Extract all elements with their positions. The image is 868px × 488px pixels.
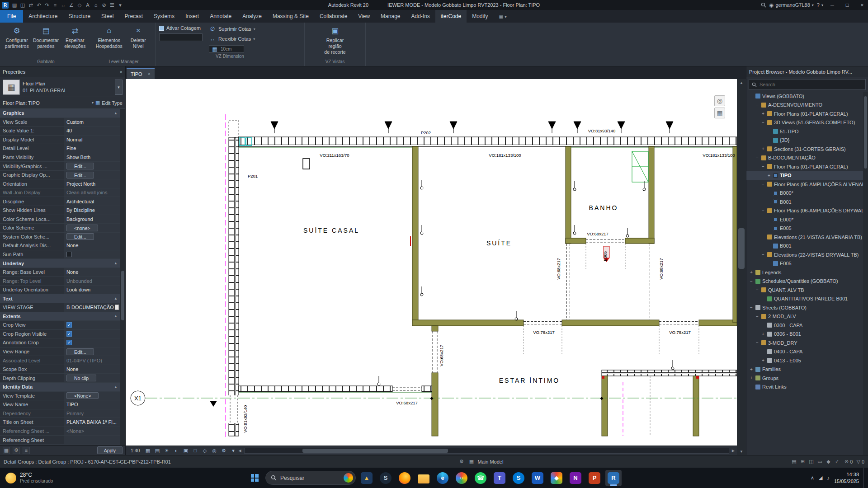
ribbon-tab-steel[interactable]: Steel [96,10,119,23]
browser-item-floor-plans-01-planta-geral[interactable]: −Floor Plans (01-PLANTA GERAL) [746,162,863,171]
scale-button[interactable]: 1:40 [128,448,142,453]
browser-item-revit-links[interactable]: Revit Links [746,383,863,392]
property-value-annotation-crop[interactable]: ✓ [64,338,120,347]
sync-icon[interactable]: ⇄ [27,1,35,9]
room-label-su-te-casal[interactable]: SUÍTE CASAL [303,227,359,234]
undo-icon[interactable]: ↶ [35,1,43,9]
default-3d-view-icon[interactable]: ⌂ [92,1,100,9]
shadows-icon[interactable]: ◐ [172,447,180,455]
drag-on-selection-icon[interactable]: ✓ [833,458,841,465]
revit-icon[interactable]: R [605,470,622,486]
panel-label-vz-vistas[interactable]: VZ Vistas [305,58,365,66]
dimension-label-vo-81x93-140[interactable]: VO:81x93/140 [243,405,248,433]
property-value-detail-level[interactable]: Fine [64,144,120,153]
dimension-label-vo-211x163-70[interactable]: VO:211x163/70 [320,153,349,158]
left-exterior-wall[interactable] [228,121,239,436]
browser-item-a-desenvolvimento[interactable]: −A-DESENVOLVIMENTO [746,101,863,110]
property-value-color-scheme-loca[interactable]: Background [64,215,120,224]
property-value-referencing-sheet[interactable]: <None> [64,427,120,436]
reveal-hidden-elements-icon[interactable]: ◎ [210,447,218,455]
elementos-hospedados-button[interactable]: ⌂ElementosHospedados [95,24,123,49]
property-value-default-analysis-dis[interactable]: None [64,241,120,250]
property-value-display-model[interactable]: Normal [64,136,120,144]
properties-section-identity-data[interactable]: Identity Data▲ [0,383,120,392]
property-value-wall-join-display[interactable]: Clean all wall joins [64,188,120,197]
steam-icon[interactable]: S [377,470,394,486]
editing-requests-icon[interactable]: ≡ [23,447,30,454]
properties-section-graphics[interactable]: Graphics▲ [0,109,120,118]
expand-icon[interactable]: − [755,155,760,160]
weather-widget[interactable]: 28°C Pred ensolarado [0,468,58,488]
panel-label-vz-dimension[interactable]: VZ Dimension [156,53,304,61]
documentar-paredes-button[interactable]: ▤Documentarparedes [32,24,60,49]
expand-icon[interactable]: − [761,182,765,187]
cotagem-combobox[interactable] [159,33,203,41]
browser-item-0400-capa[interactable]: 0400 - CAPA [746,347,863,357]
teams-icon[interactable]: T [491,470,508,486]
text-icon[interactable]: A [84,1,92,9]
browser-item-quant-alv-tb[interactable]: −QUANT. ALV TB [746,286,863,295]
edge-icon[interactable]: e [434,470,451,486]
interior-walls[interactable] [239,146,737,436]
expand-icon[interactable]: − [749,305,754,310]
view-template-button[interactable]: <None> [66,392,99,399]
properties-section-text[interactable]: Text▲ [0,294,120,303]
sun-path-icon[interactable]: ☀ [162,447,171,455]
revit-logo-icon[interactable]: R [2,2,9,9]
dimension-label-p201[interactable]: P201 [248,174,258,178]
expand-icon[interactable]: − [755,287,760,292]
close-button[interactable]: × [856,0,868,10]
browser-item-e005[interactable]: E005 [746,259,863,268]
expand-icon[interactable]: − [761,164,765,169]
checkbox[interactable]: ✓ [66,331,72,337]
property-value-sun-path[interactable] [64,250,120,259]
dimension-label-vo-78x217[interactable]: VO:78x217 [669,330,691,335]
browser-item-2-mod-alv[interactable]: −2-MOD_ALV [746,312,863,321]
aligned-dimension-icon[interactable]: ∠ [67,1,75,9]
type-selector-dropdown[interactable]: ▾ [115,80,123,95]
minimize-button[interactable]: ─ [826,0,838,10]
ribbon-tab-modify[interactable]: Modify [467,10,493,23]
ribbon-tab-analyze[interactable]: Analyze [237,10,267,23]
dimension-label-vo-68x217[interactable]: VO:68x217 [439,345,444,366]
onenote-icon[interactable]: N [567,470,584,486]
scroll-left-icon[interactable]: ◀ [238,449,241,453]
customize-toolbar-icon[interactable]: ▾ [116,1,124,9]
ribbon-tab-collaborate[interactable]: Collaborate [314,10,353,23]
suprimir-cotas-button[interactable]: ∅Suprimir Cotas▾ [209,25,255,33]
spot-elevation-marker[interactable] [210,401,217,407]
configurar-par-metros-button[interactable]: ⚙Configurarparâmetros [3,24,31,49]
canvas-horizontal-scrollbar[interactable] [244,448,729,454]
replicar-regiao-de-recorte-button[interactable]: ▣ Replicar região de recorte [321,24,349,55]
property-value-system-color-sche[interactable]: Edit... [64,233,120,241]
property-value-range-base-level[interactable]: None [64,268,120,277]
ribbon-tab-precast[interactable]: Precast [119,10,148,23]
photos-icon[interactable]: ◆ [548,470,565,486]
expand-icon[interactable]: − [761,252,765,257]
dimension-label-vo-68x217[interactable]: VO:68x217 [396,400,418,405]
exclusion-count[interactable]: ⊘0 [844,459,853,465]
property-value-referencing-sheet[interactable] [64,436,120,444]
property-value-scope-box[interactable]: None [64,365,120,374]
properties-scrollbar[interactable] [120,164,125,445]
browser-item-51-tipo[interactable]: 51-TIPO [746,127,863,136]
property-value-parts-visibility[interactable]: Show Both [64,153,120,162]
browser-item-3d[interactable]: {3D} [746,136,863,145]
clock[interactable]: 14:38 15/05/2025 [834,471,859,484]
canvas-vertical-scrollbar[interactable]: ▲ ▼ [737,79,746,455]
dimension-label-p202[interactable]: P202 [421,130,431,135]
checkbox[interactable]: ✓ [66,322,72,328]
browser-item-b-documenta-o[interactable]: −B-DOCUMENTAÇÃO [746,154,863,163]
network-icon[interactable]: ◢ [819,475,822,481]
select-pinned-icon[interactable]: ▭ [816,458,824,465]
volume-icon[interactable]: ♪ [827,475,830,481]
property-value-view-template[interactable]: <None> [64,392,120,400]
start-button[interactable] [246,470,263,486]
browser-item-floor-plans-06-amplia-es-drywall-t[interactable]: −Floor Plans (06-AMPLIAÇÕES DRYWALL T [746,206,863,216]
collapse-icon[interactable]: ▲ [114,385,118,389]
expand-icon[interactable]: + [761,146,765,151]
column-symbol[interactable] [303,159,310,169]
detail-level-icon[interactable]: ▤ [153,447,161,455]
expand-icon[interactable]: + [761,358,765,363]
reexibir-cotas-button[interactable]: ↔Reexibir Cotas▾ [209,35,255,42]
